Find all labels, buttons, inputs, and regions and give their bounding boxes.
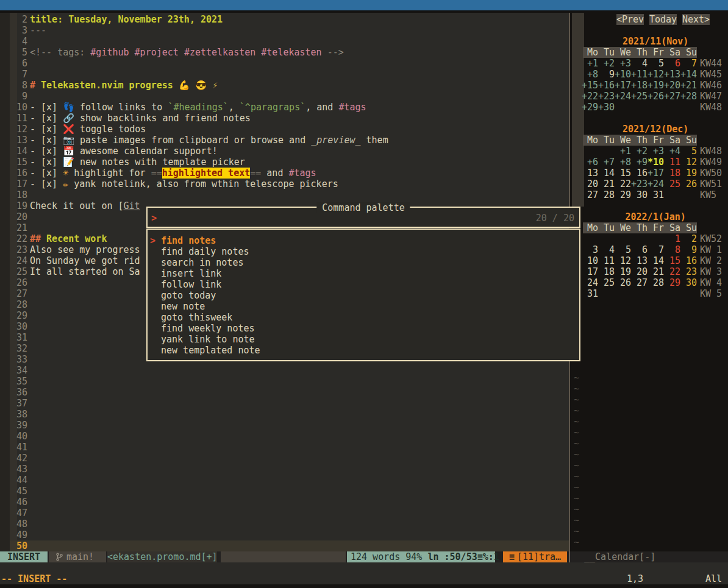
- calendar-day[interactable]: 5: [680, 146, 697, 157]
- calendar-day[interactable]: +14: [680, 69, 697, 80]
- calendar-day[interactable]: +7: [598, 157, 615, 168]
- calendar-day[interactable]: 4: [598, 244, 615, 255]
- calendar-day[interactable]: +15: [582, 80, 598, 91]
- editor-line[interactable]: 44: [0, 475, 569, 486]
- calendar-day[interactable]: 7: [680, 58, 697, 69]
- calendar-day[interactable]: 14: [648, 255, 664, 266]
- calendar-day[interactable]: 5: [648, 58, 664, 69]
- calendar-day[interactable]: 23: [680, 266, 697, 277]
- calendar-day[interactable]: +2: [598, 58, 615, 69]
- calendar-day[interactable]: 22: [615, 179, 631, 190]
- editor-line[interactable]: 36: [0, 387, 569, 398]
- calendar-day[interactable]: +9: [631, 157, 648, 168]
- calendar-day[interactable]: 4: [631, 58, 648, 69]
- calendar-day[interactable]: 2: [680, 233, 697, 244]
- calendar-day[interactable]: 29: [615, 190, 631, 200]
- calendar-day[interactable]: 8: [664, 244, 680, 255]
- buffer-list-segment[interactable]: ≡[11]tra…: [503, 551, 567, 562]
- calendar-day[interactable]: 19: [615, 266, 631, 277]
- calendar-next-button[interactable]: Next>: [682, 14, 710, 25]
- calendar-day[interactable]: +23: [598, 91, 615, 102]
- editor-line[interactable]: 50: [0, 540, 569, 551]
- calendar-day[interactable]: +1: [582, 58, 598, 69]
- calendar-day[interactable]: 21: [648, 266, 664, 277]
- calendar-day[interactable]: +28: [680, 91, 697, 102]
- calendar-day[interactable]: 18: [598, 266, 615, 277]
- calendar-day[interactable]: 24: [582, 277, 598, 288]
- calendar-day[interactable]: 17: [582, 266, 598, 277]
- calendar-day[interactable]: 28: [598, 190, 615, 200]
- calendar-day[interactable]: 9: [598, 69, 615, 80]
- calendar-day[interactable]: 6: [631, 244, 648, 255]
- editor-line[interactable]: 37: [0, 398, 569, 409]
- calendar-day[interactable]: +29: [582, 102, 598, 113]
- calendar-day[interactable]: 15: [664, 255, 680, 266]
- calendar-day[interactable]: +24: [648, 179, 664, 190]
- calendar-day[interactable]: 16: [680, 255, 697, 266]
- palette-search-input[interactable]: [162, 213, 530, 224]
- calendar-day[interactable]: 26: [615, 277, 631, 288]
- palette-item[interactable]: >find notes: [150, 235, 579, 246]
- calendar-day[interactable]: 31: [582, 288, 598, 299]
- calendar-day[interactable]: +8: [615, 157, 631, 168]
- palette-item[interactable]: insert link: [150, 268, 579, 279]
- editor-line[interactable]: 34: [0, 365, 569, 376]
- window-separator[interactable]: [569, 361, 570, 551]
- editor-line[interactable]: 41: [0, 442, 569, 453]
- palette-item[interactable]: goto thisweek: [150, 312, 579, 323]
- editor-line[interactable]: 46: [0, 497, 569, 508]
- editor-line[interactable]: 11- [x] 🔗 show backlinks and friend note…: [0, 113, 569, 124]
- calendar-day[interactable]: 28: [648, 277, 664, 288]
- calendar-day[interactable]: +25: [631, 91, 648, 102]
- calendar-day[interactable]: +24: [615, 91, 631, 102]
- calendar-day[interactable]: +10: [615, 69, 631, 80]
- calendar-day[interactable]: 11: [664, 157, 680, 168]
- calendar-day[interactable]: +23: [631, 179, 648, 190]
- calendar-day[interactable]: 25: [664, 179, 680, 190]
- calendar-day[interactable]: +3: [648, 146, 664, 157]
- calendar-today-button[interactable]: Today: [649, 14, 677, 25]
- calendar-day[interactable]: +17: [615, 80, 631, 91]
- calendar-day[interactable]: 30: [631, 190, 648, 200]
- editor-line[interactable]: 45: [0, 486, 569, 497]
- calendar-day[interactable]: 13: [631, 255, 648, 266]
- calendar-day[interactable]: 1: [664, 233, 680, 244]
- calendar-day[interactable]: +19: [648, 80, 664, 91]
- calendar-day[interactable]: 27: [631, 277, 648, 288]
- calendar-day[interactable]: 18: [664, 168, 680, 179]
- calendar-day[interactable]: 14: [598, 168, 615, 179]
- calendar-day[interactable]: 10: [582, 255, 598, 266]
- calendar-day[interactable]: 20: [582, 179, 598, 190]
- calendar-day[interactable]: 16: [631, 168, 648, 179]
- palette-item[interactable]: find weekly notes: [150, 323, 579, 334]
- calendar-day[interactable]: +26: [648, 91, 664, 102]
- calendar-day[interactable]: 30: [680, 277, 697, 288]
- palette-item[interactable]: search in notes: [150, 257, 579, 268]
- calendar-day[interactable]: +16: [598, 80, 615, 91]
- calendar-day[interactable]: +20: [664, 80, 680, 91]
- calendar-day[interactable]: +18: [631, 80, 648, 91]
- editor-line[interactable]: 49: [0, 530, 569, 540]
- editor-line[interactable]: 3---: [0, 25, 569, 36]
- palette-item[interactable]: new note: [150, 301, 579, 312]
- palette-item[interactable]: goto today: [150, 290, 579, 301]
- calendar-prev-button[interactable]: <Prev: [616, 14, 644, 25]
- calendar-day[interactable]: 25: [598, 277, 615, 288]
- calendar-day[interactable]: 26: [680, 179, 697, 190]
- editor-line[interactable]: 35: [0, 376, 569, 387]
- calendar-day[interactable]: +8: [582, 69, 598, 80]
- calendar-day[interactable]: 11: [598, 255, 615, 266]
- calendar-day[interactable]: +3: [615, 58, 631, 69]
- calendar-day[interactable]: +13: [664, 69, 680, 80]
- calendar-day[interactable]: 9: [680, 244, 697, 255]
- calendar-day[interactable]: 27: [582, 190, 598, 200]
- calendar-day[interactable]: 6: [664, 58, 680, 69]
- palette-item[interactable]: follow link: [150, 279, 579, 290]
- palette-item[interactable]: new templated note: [150, 345, 579, 356]
- calendar-day[interactable]: 22: [664, 266, 680, 277]
- editor-line[interactable]: 42: [0, 453, 569, 464]
- editor-line[interactable]: 48: [0, 519, 569, 530]
- calendar-day[interactable]: 12: [680, 157, 697, 168]
- calendar-day[interactable]: +12: [648, 69, 664, 80]
- calendar-day[interactable]: +11: [631, 69, 648, 80]
